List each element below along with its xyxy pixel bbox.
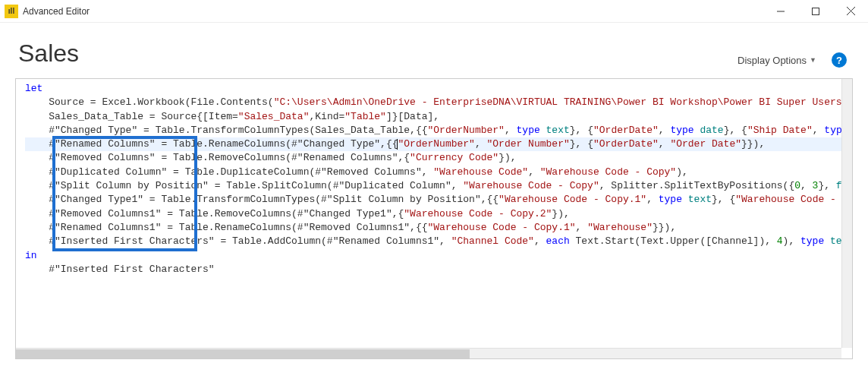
- code-editor[interactable]: let Source = Excel.Workbook(File.Content…: [15, 78, 853, 359]
- code-editor-viewport[interactable]: let Source = Excel.Workbook(File.Content…: [16, 79, 852, 358]
- vertical-scrollbar[interactable]: [841, 79, 852, 348]
- minimize-button[interactable]: [763, 0, 798, 23]
- horizontal-scrollbar[interactable]: [16, 348, 841, 358]
- code-content[interactable]: let Source = Excel.Workbook(File.Content…: [25, 82, 852, 276]
- horizontal-scrollbar-thumb[interactable]: [16, 349, 470, 358]
- query-name: Sales: [18, 39, 79, 68]
- svg-rect-1: [813, 8, 819, 14]
- maximize-button[interactable]: [798, 0, 833, 23]
- window-title: Advanced Editor: [23, 6, 90, 17]
- titlebar: ıll Advanced Editor: [0, 0, 868, 23]
- code-keyword-let: let: [25, 83, 42, 94]
- code-keyword-in: in: [25, 250, 37, 261]
- close-button[interactable]: [833, 0, 868, 23]
- display-options-dropdown[interactable]: Display Options ▼: [737, 55, 816, 66]
- titlebar-left: ıll Advanced Editor: [5, 5, 90, 18]
- titlebar-controls: [763, 0, 868, 23]
- header-right: Display Options ▼ ?: [737, 52, 847, 68]
- help-icon[interactable]: ?: [832, 52, 847, 68]
- display-options-label: Display Options: [737, 55, 807, 66]
- header: Sales Display Options ▼ ?: [0, 23, 868, 78]
- chevron-down-icon: ▼: [810, 56, 816, 64]
- code-line-highlighted: #"Renamed Columns" = Table.RenameColumns…: [25, 137, 852, 151]
- app-icon: ıll: [5, 5, 18, 18]
